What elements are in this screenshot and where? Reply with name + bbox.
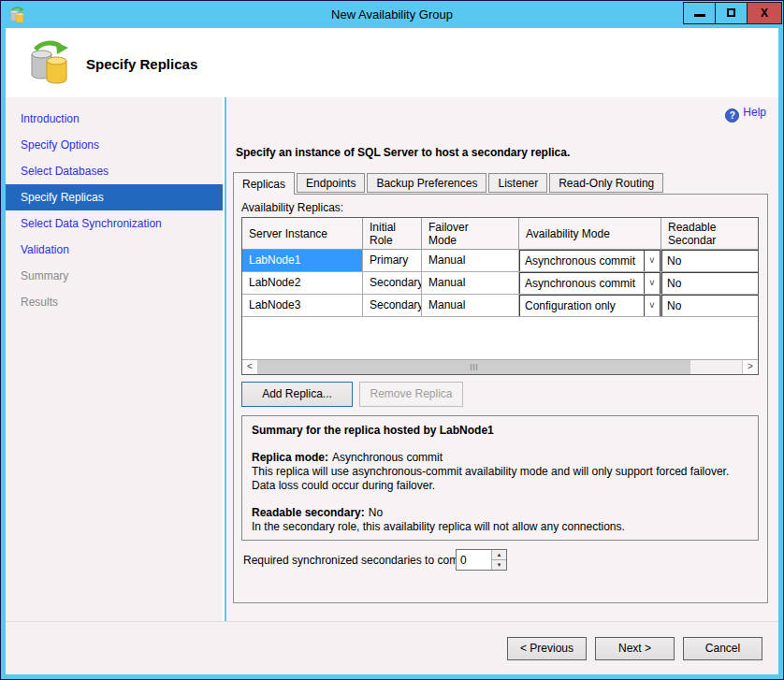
scroll-right-arrow-icon[interactable]: > (742, 360, 758, 374)
scrollbar-thumb[interactable]: ||| (258, 360, 690, 374)
spinner-up-icon[interactable]: ▲ (492, 550, 506, 560)
close-button[interactable]: X (747, 2, 782, 24)
cell-readable-secondary: No (661, 250, 758, 271)
wizard-footer: < Previous Next > Cancel (6, 621, 778, 674)
cell-initial-role: Secondary (363, 295, 422, 316)
cell-readable-secondary: No (661, 272, 758, 294)
tab-endpoints[interactable]: Endpoints (297, 173, 365, 193)
column-header-initial-role: Initial Role (363, 218, 422, 249)
sidebar-item-specify-replicas[interactable]: Specify Replicas (6, 184, 223, 210)
required-secondaries-label: Required synchronized secondaries to com… (243, 554, 473, 567)
instruction-text: Specify an instance of SQL Server to hos… (236, 146, 570, 159)
cell-server-instance[interactable]: LabNode2 (242, 272, 363, 294)
tab-listener[interactable]: Listener (488, 173, 547, 193)
titlebar: New Availability Group X (2, 2, 782, 28)
readable-secondary-line: Readable secondary:No (252, 506, 748, 520)
add-replica-button[interactable]: Add Replica... (241, 382, 353, 407)
help-link[interactable]: ?Help (725, 106, 766, 123)
required-secondaries-spinner: ▲ ▼ (456, 549, 507, 571)
minimize-button[interactable] (683, 2, 716, 24)
spinner-down-icon[interactable]: ▼ (492, 560, 506, 570)
wizard-steps-sidebar: Introduction Specify Options Select Data… (6, 97, 225, 621)
readable-secondary-dropdown[interactable]: No (661, 272, 758, 294)
remove-replica-button: Remove Replica (359, 382, 463, 407)
window-controls: X (684, 2, 782, 24)
sidebar-item-specify-options[interactable]: Specify Options (6, 132, 223, 158)
summary-title: Summary for the replica hosted by LabNod… (252, 424, 748, 438)
cell-availability-mode: Configuration only ˅ (519, 295, 661, 316)
sidebar-item-results: Results (6, 289, 223, 315)
table-row: LabNode2 Secondary Manual Asynchronous c… (242, 272, 758, 295)
availability-mode-dropdown[interactable]: Configuration only ˅ (519, 295, 661, 316)
cell-server-instance[interactable]: LabNode1 (242, 250, 363, 271)
replica-mode-line: Replica mode:Asynchronous commit (252, 451, 748, 465)
cell-initial-role: Primary (363, 250, 422, 271)
tab-read-only-routing[interactable]: Read-Only Routing (549, 173, 663, 193)
tab-backup-preferences[interactable]: Backup Preferences (367, 173, 486, 193)
column-header-server-instance: Server Instance (242, 218, 363, 249)
column-header-failover-mode: Failover Mode (422, 218, 519, 249)
horizontal-scrollbar[interactable]: < ||| > (242, 359, 758, 374)
cell-readable-secondary: No (661, 295, 758, 316)
next-button[interactable]: Next > (595, 637, 675, 660)
cell-failover-mode: Manual (422, 272, 519, 294)
readable-secondary-description: In the secondary role, this availability… (252, 520, 748, 534)
readable-secondary-dropdown[interactable]: No (661, 295, 758, 316)
sidebar-item-select-databases[interactable]: Select Databases (6, 158, 223, 184)
column-header-availability-mode: Availability Mode (519, 218, 661, 249)
table-row: LabNode1 Primary Manual Asynchronous com… (242, 250, 758, 272)
cell-initial-role: Secondary (363, 272, 422, 294)
sidebar-item-summary: Summary (6, 263, 223, 289)
database-replica-icon (26, 40, 71, 85)
tab-strip: Replicas Endpoints Backup Preferences Li… (233, 172, 665, 195)
table-row: LabNode3 Secondary Manual Configuration … (242, 295, 758, 317)
window-title: New Availability Group (2, 2, 782, 28)
new-availability-group-window: New Availability Group X Specify Replica… (0, 0, 784, 680)
cell-failover-mode: Manual (422, 295, 519, 316)
sidebar-item-select-data-synchronization[interactable]: Select Data Synchronization (6, 210, 223, 237)
page-title: Specify Replicas (86, 56, 197, 72)
availability-mode-dropdown[interactable]: Asynchronous commit ˅ (519, 272, 661, 294)
availability-replicas-label: Availability Replicas: (241, 201, 343, 214)
column-header-readable-secondary: Readable Secondar (661, 218, 758, 249)
scrollbar-track[interactable] (690, 360, 742, 374)
cell-failover-mode: Manual (422, 250, 519, 271)
readable-secondary-dropdown[interactable]: No (661, 250, 758, 271)
cell-server-instance[interactable]: LabNode3 (242, 295, 363, 316)
availability-replicas-grid: Server Instance Initial Role Failover Mo… (241, 217, 759, 375)
wizard-header: Specify Replicas (6, 28, 778, 97)
scroll-left-arrow-icon[interactable]: < (242, 360, 258, 374)
chevron-down-icon: ˅ (645, 273, 660, 294)
tab-replicas[interactable]: Replicas (233, 172, 295, 195)
replica-mode-description: This replica will use asynchronous-commi… (252, 465, 748, 493)
required-secondaries-input[interactable] (457, 550, 491, 570)
availability-mode-dropdown[interactable]: Asynchronous commit ˅ (519, 250, 661, 271)
sidebar-item-introduction[interactable]: Introduction (6, 106, 223, 132)
maximize-button[interactable] (715, 2, 748, 24)
minimize-icon (694, 14, 705, 17)
chevron-down-icon: ˅ (645, 296, 660, 316)
help-icon: ? (725, 109, 739, 123)
grid-header-row: Server Instance Initial Role Failover Mo… (242, 218, 758, 250)
cell-availability-mode: Asynchronous commit ˅ (519, 250, 661, 271)
help-label: Help (743, 106, 766, 119)
sidebar-item-validation[interactable]: Validation (6, 237, 223, 263)
maximize-icon (727, 8, 735, 17)
wizard-content: ?Help Specify an instance of SQL Server … (226, 97, 778, 621)
replicas-tab-page: Availability Replicas: Server Instance I… (233, 194, 768, 603)
previous-button[interactable]: < Previous (507, 637, 587, 660)
chevron-down-icon: ˅ (645, 251, 660, 271)
cell-availability-mode: Asynchronous commit ˅ (519, 272, 661, 294)
cancel-button[interactable]: Cancel (683, 637, 762, 660)
replica-summary-panel: Summary for the replica hosted by LabNod… (241, 415, 759, 541)
